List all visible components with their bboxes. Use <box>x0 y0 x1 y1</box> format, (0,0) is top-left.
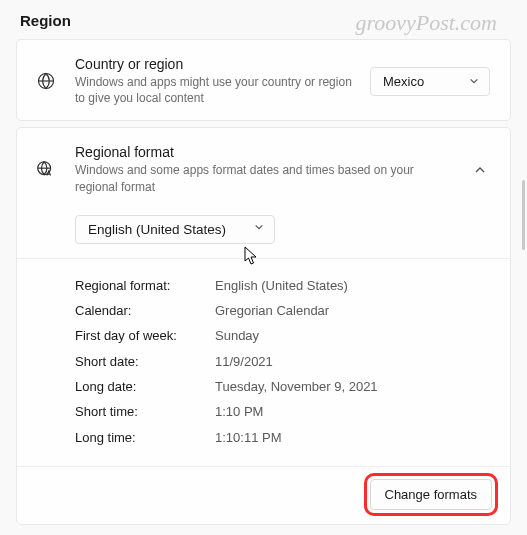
detail-row: First day of week:Sunday <box>75 323 490 348</box>
detail-row: Regional format:English (United States) <box>75 273 490 298</box>
detail-label: Short time: <box>75 399 215 424</box>
format-title: Regional format <box>75 144 454 160</box>
chevron-up-icon <box>474 164 486 176</box>
detail-label: Calendar: <box>75 298 215 323</box>
detail-label: First day of week: <box>75 323 215 348</box>
country-region-card: Country or region Windows and apps might… <box>16 39 511 121</box>
detail-value: 1:10 PM <box>215 399 263 424</box>
detail-value: 11/9/2021 <box>215 349 273 374</box>
detail-value: English (United States) <box>215 273 348 298</box>
detail-value: 1:10:11 PM <box>215 425 282 450</box>
detail-label: Regional format: <box>75 273 215 298</box>
detail-value: Sunday <box>215 323 259 348</box>
detail-row: Short time:1:10 PM <box>75 399 490 424</box>
detail-row: Long date:Tuesday, November 9, 2021 <box>75 374 490 399</box>
detail-label: Short date: <box>75 349 215 374</box>
chevron-down-icon <box>469 76 479 86</box>
change-formats-button[interactable]: Change formats <box>370 479 493 510</box>
detail-label: Long time: <box>75 425 215 450</box>
card-footer: Change formats <box>17 466 510 524</box>
country-dropdown-value: Mexico <box>383 74 424 89</box>
country-title: Country or region <box>75 56 354 72</box>
chevron-down-icon <box>254 222 264 232</box>
format-desc: Windows and some apps format dates and t… <box>75 162 454 194</box>
regional-format-header[interactable]: Regional format Windows and some apps fo… <box>17 128 510 208</box>
country-dropdown[interactable]: Mexico <box>370 67 490 96</box>
detail-label: Long date: <box>75 374 215 399</box>
language-dropdown-value: English (United States) <box>88 222 226 237</box>
regional-format-card: Regional format Windows and some apps fo… <box>16 127 511 525</box>
collapse-button[interactable] <box>470 160 490 180</box>
globe-icon <box>33 71 59 91</box>
detail-row: Calendar:Gregorian Calendar <box>75 298 490 323</box>
country-region-header: Country or region Windows and apps might… <box>17 40 510 120</box>
detail-value: Gregorian Calendar <box>215 298 329 323</box>
detail-value: Tuesday, November 9, 2021 <box>215 374 378 399</box>
page-title: Region <box>16 12 511 29</box>
language-globe-icon <box>33 159 59 181</box>
format-details: Regional format:English (United States)C… <box>17 258 510 466</box>
detail-row: Short date:11/9/2021 <box>75 349 490 374</box>
language-dropdown[interactable]: English (United States) <box>75 215 275 244</box>
scrollbar[interactable] <box>522 180 525 250</box>
detail-row: Long time:1:10:11 PM <box>75 425 490 450</box>
country-desc: Windows and apps might use your country … <box>75 74 354 106</box>
